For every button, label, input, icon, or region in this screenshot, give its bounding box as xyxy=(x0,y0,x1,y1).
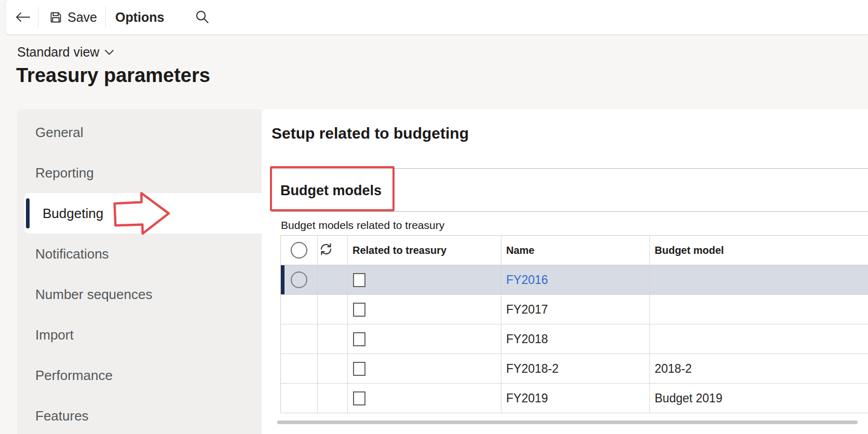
related-checkbox[interactable] xyxy=(353,362,365,376)
sidebar-tab-list: General Reporting Budgeting Notification… xyxy=(17,109,262,434)
grid-row-fy2016[interactable]: FY2016 xyxy=(281,265,868,295)
annotation-box xyxy=(270,166,395,211)
treasury-parameters-page: Save Options Standard view Treasury para… xyxy=(0,0,868,434)
row-select-cell[interactable] xyxy=(281,295,318,324)
sidebar-item-notifications[interactable]: Notifications xyxy=(17,234,262,274)
row-select-cell[interactable] xyxy=(281,354,318,384)
sidebar-item-label: Notifications xyxy=(35,246,109,262)
sidebar-tabs: General Reporting Budgeting Notification… xyxy=(17,109,262,434)
budget-model-cell[interactable]: 2018-2 xyxy=(650,354,868,384)
budget-models-grid: Related to treasury Name Budget model FY… xyxy=(280,235,868,413)
toolbar-divider xyxy=(38,7,38,28)
grid-row-fy2018[interactable]: FY2018 xyxy=(281,324,868,354)
search-icon xyxy=(195,10,210,24)
grid-body: FY2016 FY2017 FY2018 xyxy=(281,265,868,413)
back-arrow-icon xyxy=(15,11,31,23)
sidebar-item-general[interactable]: General xyxy=(17,112,262,153)
budget-model-value: 2018-2 xyxy=(650,362,868,376)
column-header-name[interactable]: Name xyxy=(501,236,650,265)
sidebar-item-features[interactable]: Features xyxy=(17,396,262,434)
options-label: Options xyxy=(115,10,164,25)
related-checkbox[interactable] xyxy=(353,303,365,317)
budget-model-cell[interactable] xyxy=(650,324,868,354)
column-header-budget-model[interactable]: Budget model xyxy=(650,236,868,265)
command-bar: Save Options xyxy=(5,0,868,35)
horizontal-scrollbar[interactable] xyxy=(277,421,858,424)
grid-header-row: Related to treasury Name Budget model xyxy=(281,236,868,265)
name-link[interactable]: FY2016 xyxy=(501,273,649,287)
select-all-radio-icon xyxy=(291,242,307,259)
sidebar-item-label: Performance xyxy=(35,368,113,384)
select-all-header[interactable] xyxy=(281,236,318,265)
name-cell[interactable]: FY2017 xyxy=(501,295,650,324)
related-to-treasury-cell[interactable] xyxy=(348,354,501,384)
sidebar-item-reporting[interactable]: Reporting xyxy=(17,153,262,193)
section-divider xyxy=(272,211,868,212)
row-refresh-cell xyxy=(318,324,348,354)
view-selector-label: Standard view xyxy=(17,45,99,60)
sidebar-item-performance[interactable]: Performance xyxy=(17,355,262,396)
grid-row-fy2018-2[interactable]: FY2018-2 2018-2 xyxy=(281,354,868,384)
related-checkbox[interactable] xyxy=(353,391,365,405)
sidebar-item-number-sequences[interactable]: Number sequences xyxy=(17,274,262,315)
related-checkbox[interactable] xyxy=(353,273,365,287)
related-to-treasury-cell[interactable] xyxy=(348,324,501,354)
save-label: Save xyxy=(67,10,97,25)
section-title: Setup related to budgeting xyxy=(272,125,469,142)
related-checkbox[interactable] xyxy=(353,332,365,346)
back-button[interactable] xyxy=(6,4,38,30)
selected-tab-indicator xyxy=(26,198,30,228)
row-select-cell[interactable] xyxy=(281,265,318,295)
sidebar-item-label: Features xyxy=(35,408,89,424)
search-button[interactable] xyxy=(187,4,218,30)
column-header-related-to-treasury[interactable]: Related to treasury xyxy=(348,236,501,265)
save-icon xyxy=(49,10,63,24)
grid-row-fy2019[interactable]: FY2019 Budget 2019 xyxy=(281,384,868,413)
related-to-treasury-cell[interactable] xyxy=(348,265,501,295)
row-refresh-cell xyxy=(318,265,348,295)
budget-model-cell[interactable] xyxy=(650,265,868,295)
save-button[interactable]: Save xyxy=(40,4,105,30)
row-select-cell[interactable] xyxy=(281,384,318,413)
name-value: FY2018 xyxy=(501,332,649,346)
toolbar-divider xyxy=(105,7,106,28)
view-selector[interactable]: Standard view xyxy=(17,45,114,60)
row-select-cell[interactable] xyxy=(281,324,318,354)
row-refresh-cell xyxy=(318,354,348,384)
options-button[interactable]: Options xyxy=(107,4,172,30)
name-value: FY2019 xyxy=(501,391,649,405)
sidebar-item-label: Number sequences xyxy=(35,287,152,303)
name-cell[interactable]: FY2019 xyxy=(501,384,650,413)
chevron-down-icon xyxy=(104,49,114,56)
name-cell[interactable]: FY2018 xyxy=(501,324,650,354)
row-radio-icon xyxy=(291,272,307,288)
page-title: Treasury parameters xyxy=(16,64,210,87)
sidebar-item-import[interactable]: Import xyxy=(17,315,262,355)
sidebar-item-label: Budgeting xyxy=(43,206,103,222)
row-refresh-cell xyxy=(318,384,348,413)
content-panel: Setup related to budgeting Budget models… xyxy=(262,109,868,434)
sidebar-item-budgeting[interactable]: Budgeting xyxy=(24,193,262,234)
name-value: FY2018-2 xyxy=(501,362,649,376)
refresh-header[interactable] xyxy=(318,236,348,265)
related-to-treasury-cell[interactable] xyxy=(348,384,501,413)
name-value: FY2017 xyxy=(501,303,649,317)
row-refresh-cell xyxy=(318,295,348,324)
grid-row-fy2017[interactable]: FY2017 xyxy=(281,295,868,324)
budget-model-cell[interactable] xyxy=(650,295,868,324)
sidebar-item-label: Import xyxy=(35,327,74,343)
sidebar-item-label: General xyxy=(35,125,84,141)
grid-label: Budget models related to treasury xyxy=(281,219,444,232)
budget-model-cell[interactable]: Budget 2019 xyxy=(650,384,868,413)
related-to-treasury-cell[interactable] xyxy=(348,295,501,324)
refresh-icon xyxy=(318,241,334,257)
budget-model-value: Budget 2019 xyxy=(650,391,868,405)
sidebar-item-label: Reporting xyxy=(35,165,94,181)
name-cell[interactable]: FY2018-2 xyxy=(501,354,650,384)
name-cell[interactable]: FY2016 xyxy=(501,265,650,295)
